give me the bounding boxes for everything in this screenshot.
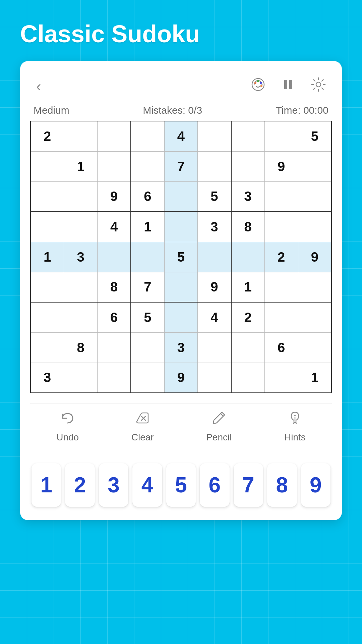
pause-icon (281, 77, 296, 95)
back-button[interactable]: ‹ (34, 75, 44, 97)
cell-6-5[interactable]: 4 (198, 302, 231, 332)
cell-0-8[interactable]: 5 (298, 121, 331, 151)
cell-0-3[interactable] (131, 121, 164, 151)
cell-7-0[interactable] (31, 332, 64, 363)
cell-4-2[interactable] (98, 242, 131, 272)
cell-8-5[interactable] (198, 363, 231, 393)
num-btn-7[interactable]: 7 (234, 463, 263, 507)
cell-2-5[interactable]: 5 (198, 181, 231, 212)
cell-7-2[interactable] (98, 332, 131, 363)
cell-2-7[interactable] (264, 181, 298, 212)
cell-8-1[interactable] (64, 363, 98, 393)
cell-6-7[interactable] (264, 302, 298, 332)
cell-6-8[interactable] (298, 302, 331, 332)
cell-3-2[interactable]: 4 (98, 212, 131, 242)
cell-2-4[interactable] (164, 181, 198, 212)
cell-2-2[interactable]: 9 (98, 181, 131, 212)
cell-4-8[interactable]: 9 (298, 242, 331, 272)
cell-0-0[interactable]: 2 (31, 121, 64, 151)
cell-5-0[interactable] (31, 272, 64, 302)
cell-5-4[interactable] (164, 272, 198, 302)
palette-button[interactable] (248, 74, 268, 98)
cell-7-4[interactable]: 3 (164, 332, 198, 363)
cell-4-6[interactable] (231, 242, 265, 272)
cell-7-6[interactable] (231, 332, 265, 363)
cell-1-1[interactable]: 1 (64, 151, 98, 181)
cell-8-6[interactable] (231, 363, 265, 393)
cell-5-7[interactable] (264, 272, 298, 302)
cell-0-6[interactable] (231, 121, 265, 151)
cell-8-8[interactable]: 1 (298, 363, 331, 393)
clear-button[interactable]: Clear (131, 410, 154, 443)
cell-8-4[interactable]: 9 (164, 363, 198, 393)
cell-3-3[interactable]: 1 (131, 212, 164, 242)
cell-0-4[interactable]: 4 (164, 121, 198, 151)
cell-1-4[interactable]: 7 (164, 151, 198, 181)
num-btn-3[interactable]: 3 (99, 463, 128, 507)
cell-6-3[interactable]: 5 (131, 302, 164, 332)
cell-7-1[interactable]: 8 (64, 332, 98, 363)
num-btn-9[interactable]: 9 (301, 463, 330, 507)
cell-2-1[interactable] (64, 181, 98, 212)
cell-2-0[interactable] (31, 181, 64, 212)
cell-4-0[interactable]: 1 (31, 242, 64, 272)
cell-6-1[interactable] (64, 302, 98, 332)
cell-1-8[interactable] (298, 151, 331, 181)
cell-7-3[interactable] (131, 332, 164, 363)
cell-3-8[interactable] (298, 212, 331, 242)
cell-0-5[interactable] (198, 121, 231, 151)
cell-5-2[interactable]: 8 (98, 272, 131, 302)
cell-2-3[interactable]: 6 (131, 181, 164, 212)
cell-4-4[interactable]: 5 (164, 242, 198, 272)
cell-3-6[interactable]: 8 (231, 212, 265, 242)
pencil-button[interactable]: Pencil (206, 410, 232, 443)
hints-button[interactable]: Hints (284, 410, 306, 443)
num-btn-6[interactable]: 6 (200, 463, 229, 507)
cell-3-0[interactable] (31, 212, 64, 242)
cell-4-7[interactable]: 2 (264, 242, 298, 272)
cell-7-8[interactable] (298, 332, 331, 363)
cell-1-3[interactable] (131, 151, 164, 181)
cell-6-6[interactable]: 2 (231, 302, 265, 332)
num-btn-2[interactable]: 2 (65, 463, 95, 507)
cell-1-5[interactable] (198, 151, 231, 181)
cell-1-7[interactable]: 9 (264, 151, 298, 181)
cell-3-4[interactable] (164, 212, 198, 242)
cell-0-7[interactable] (264, 121, 298, 151)
settings-button[interactable] (308, 74, 328, 98)
pause-button[interactable] (278, 74, 298, 98)
cell-8-0[interactable]: 3 (31, 363, 64, 393)
cell-7-5[interactable] (198, 332, 231, 363)
cell-1-6[interactable] (231, 151, 265, 181)
cell-3-1[interactable] (64, 212, 98, 242)
cell-0-1[interactable] (64, 121, 98, 151)
cell-5-5[interactable]: 9 (198, 272, 231, 302)
cell-6-2[interactable]: 6 (98, 302, 131, 332)
cell-5-1[interactable] (64, 272, 98, 302)
cell-5-6[interactable]: 1 (231, 272, 265, 302)
cell-4-1[interactable]: 3 (64, 242, 98, 272)
cell-6-0[interactable] (31, 302, 64, 332)
cell-6-4[interactable] (164, 302, 198, 332)
cell-3-5[interactable]: 3 (198, 212, 231, 242)
mistakes-label: Mistakes: 0/3 (143, 105, 202, 116)
cell-1-0[interactable] (31, 151, 64, 181)
cell-2-8[interactable] (298, 181, 331, 212)
cell-2-6[interactable]: 3 (231, 181, 265, 212)
cell-8-2[interactable] (98, 363, 131, 393)
num-btn-8[interactable]: 8 (267, 463, 297, 507)
cell-4-3[interactable] (131, 242, 164, 272)
cell-3-7[interactable] (264, 212, 298, 242)
num-btn-5[interactable]: 5 (166, 463, 196, 507)
num-btn-4[interactable]: 4 (132, 463, 162, 507)
cell-5-3[interactable]: 7 (131, 272, 164, 302)
cell-8-7[interactable] (264, 363, 298, 393)
cell-7-7[interactable]: 6 (264, 332, 298, 363)
undo-button[interactable]: Undo (56, 410, 79, 443)
cell-0-2[interactable] (98, 121, 131, 151)
cell-8-3[interactable] (131, 363, 164, 393)
cell-1-2[interactable] (98, 151, 131, 181)
cell-5-8[interactable] (298, 272, 331, 302)
cell-4-5[interactable] (198, 242, 231, 272)
num-btn-1[interactable]: 1 (32, 463, 61, 507)
